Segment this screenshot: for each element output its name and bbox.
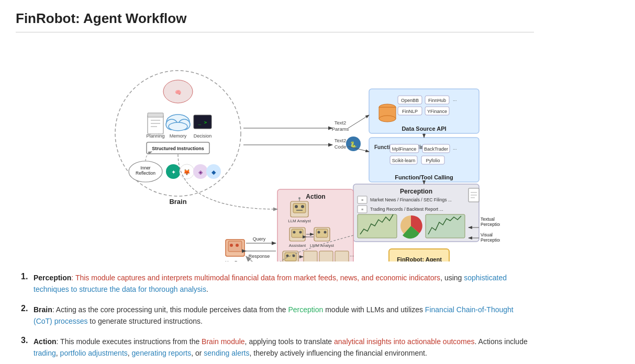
- svg-text:◆: ◆: [211, 169, 216, 175]
- svg-text:Response: Response: [249, 254, 270, 259]
- svg-text:Visual: Visual: [481, 232, 493, 237]
- desc-num-1: 1.: [21, 272, 31, 281]
- svg-text:Data Source API: Data Source API: [402, 126, 446, 132]
- workflow-diagram: Brain 🧠 _ > Planning Memory Decision: [50, 42, 500, 261]
- svg-text:Market News / Financials / SEC: Market News / Financials / SEC Filings .…: [370, 197, 452, 202]
- desc-text-1: Perception: This module captures and int…: [34, 272, 534, 295]
- desc-num-2: 2.: [21, 304, 31, 313]
- desc-item-2: 2. Brain: Acting as the core processing …: [21, 304, 534, 327]
- svg-point-107: [324, 231, 327, 234]
- term-action: Action: [34, 337, 57, 346]
- svg-text:···: ···: [453, 98, 457, 103]
- svg-text:···: ···: [453, 146, 457, 152]
- svg-text:Code: Code: [335, 144, 347, 150]
- svg-rect-105: [316, 229, 328, 237]
- svg-text:Query: Query: [253, 236, 266, 242]
- desc-num-3: 3.: [21, 336, 31, 345]
- svg-text:_ >: _ >: [198, 120, 207, 125]
- svg-text:Function/Tool Calling: Function/Tool Calling: [395, 174, 453, 180]
- svg-text:✦: ✦: [171, 169, 176, 175]
- desc-item-3: 3. Action: This module executes instruct…: [21, 336, 534, 359]
- svg-rect-13: [148, 113, 163, 117]
- svg-text:FinNLP: FinNLP: [402, 109, 418, 114]
- svg-rect-98: [292, 229, 303, 237]
- svg-text:FinRobot: Agent: FinRobot: Agent: [397, 256, 442, 261]
- svg-text:Perception: Perception: [400, 188, 432, 195]
- svg-text:LLM Analyst: LLM Analyst: [288, 219, 311, 223]
- svg-rect-118: [335, 251, 349, 261]
- svg-text:YFinance: YFinance: [427, 109, 447, 114]
- svg-text:Scikit-learn: Scikit-learn: [392, 158, 416, 163]
- svg-text:Pyfolio: Pyfolio: [426, 158, 440, 163]
- svg-text:Action: Action: [306, 193, 325, 200]
- descriptions-section: 1. Perception: This module captures and …: [16, 272, 534, 359]
- svg-rect-90: [293, 203, 306, 213]
- svg-text:Decision: Decision: [194, 133, 212, 139]
- svg-text:Planning: Planning: [146, 133, 164, 139]
- svg-text:FinnHub: FinnHub: [428, 98, 446, 103]
- svg-text:🧠: 🧠: [175, 89, 182, 96]
- svg-text:≡: ≡: [361, 208, 363, 211]
- desc-item-1: 1. Perception: This module captures and …: [21, 272, 534, 295]
- svg-point-100: [299, 231, 302, 234]
- svg-point-44: [379, 116, 396, 122]
- svg-text:MplFinance: MplFinance: [392, 146, 417, 152]
- svg-text:Inner: Inner: [140, 165, 151, 170]
- term-perception: Perception: [34, 274, 71, 282]
- svg-text:OpenBB: OpenBB: [401, 98, 419, 103]
- diagram-area: Brain 🧠 _ > Planning Memory Decision: [16, 42, 534, 261]
- svg-text:UserProxy: UserProxy: [225, 260, 246, 261]
- page-container: FinRobot: Agent Workflow Brain 🧠: [0, 0, 550, 364]
- svg-point-91: [295, 205, 298, 208]
- svg-point-128: [236, 244, 239, 247]
- svg-rect-110: [285, 253, 296, 261]
- svg-text:Text2: Text2: [335, 120, 347, 126]
- svg-text:Reflection: Reflection: [136, 170, 155, 176]
- svg-text:Perception: Perception: [481, 237, 500, 243]
- svg-rect-9: [148, 115, 163, 134]
- svg-text:🦊: 🦊: [183, 168, 191, 176]
- svg-text:Brain: Brain: [169, 198, 186, 206]
- svg-text:···: ···: [350, 253, 354, 259]
- svg-text:≡: ≡: [361, 198, 363, 202]
- svg-text:Memory: Memory: [170, 133, 187, 139]
- svg-point-8: [169, 122, 187, 131]
- svg-rect-116: [319, 251, 333, 261]
- svg-point-99: [293, 231, 296, 234]
- desc-text-3: Action: This module executes instruction…: [34, 336, 534, 359]
- svg-point-92: [301, 205, 304, 208]
- svg-text:Params: Params: [332, 126, 349, 132]
- svg-point-106: [318, 231, 320, 234]
- svg-text:Structured Instructions: Structured Instructions: [152, 146, 204, 151]
- svg-text:Textual: Textual: [481, 217, 495, 222]
- svg-text:Perception: Perception: [481, 222, 500, 227]
- svg-point-111: [286, 255, 289, 257]
- svg-text:Text2: Text2: [335, 138, 347, 143]
- term-brain: Brain: [34, 305, 52, 314]
- page-title: FinRobot: Agent Workflow: [16, 10, 534, 32]
- svg-text:BackTrader: BackTrader: [424, 146, 448, 152]
- svg-text:Trading Records / Backtest Rep: Trading Records / Backtest Report ...: [370, 207, 443, 212]
- svg-text:◈: ◈: [198, 169, 203, 175]
- svg-rect-114: [304, 251, 317, 261]
- svg-point-127: [230, 244, 233, 247]
- svg-text:Assistant: Assistant: [289, 243, 306, 248]
- desc-text-2: Brain: Acting as the core processing uni…: [34, 304, 534, 327]
- svg-point-95: [298, 197, 300, 199]
